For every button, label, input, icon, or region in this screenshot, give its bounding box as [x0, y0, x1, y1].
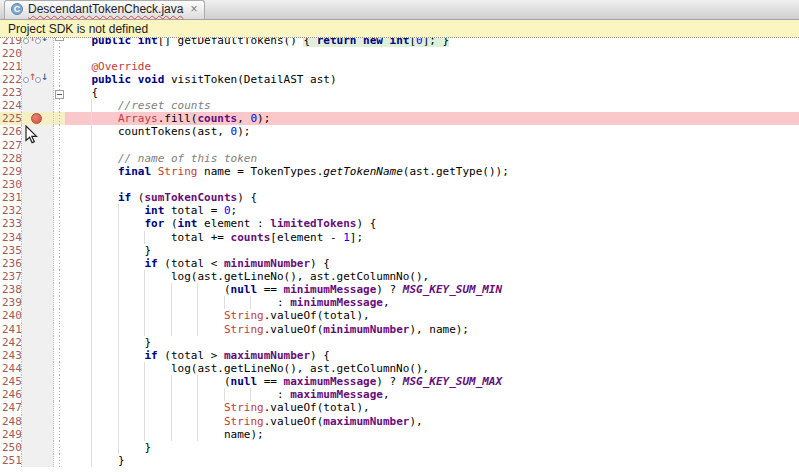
line-number[interactable]: 241	[0, 323, 22, 336]
line-number[interactable]: 231	[0, 191, 22, 204]
code-line[interactable]: 237log(ast.getLineNo(), ast.getColumnNo(…	[0, 270, 799, 283]
code-line[interactable]: 236if (total < minimumNumber) {	[0, 257, 799, 270]
line-number[interactable]: 238	[0, 283, 22, 296]
gutter-icon-strip[interactable]	[22, 375, 54, 388]
method-overridden-icon[interactable]: ↓	[35, 73, 47, 85]
code-text[interactable]: String.valueOf(minimumNumber), name);	[65, 323, 799, 336]
code-line[interactable]: 220	[0, 47, 799, 60]
code-line[interactable]: 231if (sumTokenCounts) {	[0, 191, 799, 204]
gutter-icon-strip[interactable]	[22, 441, 54, 454]
code-line[interactable]: 250}	[0, 441, 799, 454]
line-number[interactable]: 244	[0, 362, 22, 375]
code-line[interactable]: 247String.valueOf(total),	[0, 401, 799, 414]
code-text[interactable]	[65, 178, 799, 191]
code-text[interactable]: public int[] getDefaultTokens() { return…	[65, 38, 799, 47]
gutter-icon-strip[interactable]	[22, 165, 54, 178]
fold-strip[interactable]	[54, 415, 65, 428]
fold-strip[interactable]	[54, 401, 65, 414]
code-text[interactable]: int total = 0;	[65, 204, 799, 217]
fold-strip[interactable]	[54, 112, 65, 125]
line-number[interactable]: 246	[0, 388, 22, 401]
gutter-icon-strip[interactable]	[22, 349, 54, 362]
code-line[interactable]: 235}	[0, 244, 799, 257]
line-number[interactable]: 234	[0, 231, 22, 244]
gutter-icon-strip[interactable]	[22, 415, 54, 428]
code-line[interactable]: 223{	[0, 86, 799, 99]
gutter-icon-strip[interactable]	[22, 428, 54, 441]
code-editor[interactable]: 219↑↓public int[] getDefaultTokens() { r…	[0, 38, 799, 472]
fold-strip[interactable]	[54, 191, 65, 204]
code-text[interactable]: total += counts[element - 1];	[65, 231, 799, 244]
code-line[interactable]: 251}	[0, 454, 799, 467]
gutter-icon-strip[interactable]	[22, 204, 54, 217]
code-text[interactable]: //reset counts	[65, 99, 799, 112]
code-text[interactable]: {	[65, 86, 799, 99]
fold-strip[interactable]	[54, 60, 65, 73]
gutter-icon-strip[interactable]	[22, 323, 54, 336]
code-text[interactable]: @Override	[65, 60, 799, 73]
line-number[interactable]: 247	[0, 401, 22, 414]
gutter-icon-strip[interactable]	[22, 270, 54, 283]
gutter-icon-strip[interactable]	[22, 112, 54, 125]
line-number[interactable]: 237	[0, 270, 22, 283]
code-line[interactable]: 222↑↓public void visitToken(DetailAST as…	[0, 73, 799, 86]
code-line[interactable]: 230	[0, 178, 799, 191]
gutter-icon-strip[interactable]	[22, 401, 54, 414]
line-number[interactable]: 226	[0, 125, 22, 138]
code-line[interactable]: 234total += counts[element - 1];	[0, 231, 799, 244]
code-text[interactable]: String.valueOf(maximumNumber),	[65, 415, 799, 428]
code-line[interactable]: 240String.valueOf(total),	[0, 309, 799, 322]
fold-strip[interactable]	[54, 125, 65, 138]
line-number[interactable]: 230	[0, 178, 22, 191]
line-number[interactable]: 225	[0, 112, 22, 125]
line-number[interactable]: 221	[0, 60, 22, 73]
code-text[interactable]: }	[65, 336, 799, 349]
fold-marker-icon[interactable]	[55, 38, 64, 41]
fold-strip[interactable]	[54, 152, 65, 165]
fold-strip[interactable]	[54, 139, 65, 152]
code-line[interactable]: 248String.valueOf(maximumNumber),	[0, 415, 799, 428]
fold-strip[interactable]	[54, 309, 65, 322]
breakpoint-icon[interactable]	[31, 113, 42, 124]
gutter-icon-strip[interactable]	[22, 191, 54, 204]
line-number[interactable]: 227	[0, 139, 22, 152]
gutter-icon-strip[interactable]: ↑↓	[22, 73, 54, 86]
code-line[interactable]: 226countTokens(ast, 0);	[0, 125, 799, 138]
gutter-icon-strip[interactable]	[22, 257, 54, 270]
gutter-icon-strip[interactable]	[22, 309, 54, 322]
gutter-icon-strip[interactable]	[22, 283, 54, 296]
line-number[interactable]: 245	[0, 375, 22, 388]
gutter-icon-strip[interactable]	[22, 388, 54, 401]
line-number[interactable]: 219	[0, 38, 22, 47]
code-text[interactable]: // name of this token	[65, 152, 799, 165]
gutter-icon-strip[interactable]	[22, 86, 54, 99]
code-text[interactable]: }	[65, 441, 799, 454]
overrides-method-icon[interactable]: ↑	[23, 38, 35, 46]
fold-strip[interactable]	[54, 296, 65, 309]
fold-strip[interactable]	[54, 336, 65, 349]
overrides-method-icon[interactable]: ↑	[23, 73, 35, 85]
code-line[interactable]: 227	[0, 139, 799, 152]
code-text[interactable]: : maximumMessage,	[65, 388, 799, 401]
code-text[interactable]: Arrays.fill(counts, 0);	[65, 112, 799, 125]
gutter-icon-strip[interactable]	[22, 244, 54, 257]
code-line[interactable]: 241String.valueOf(minimumNumber), name);	[0, 323, 799, 336]
fold-strip[interactable]	[54, 73, 65, 86]
code-text[interactable]: if (total > maximumNumber) {	[65, 349, 799, 362]
code-text[interactable]: final String name = TokenTypes.getTokenN…	[65, 165, 799, 178]
gutter-icon-strip[interactable]	[22, 454, 54, 467]
gutter-icon-strip[interactable]	[22, 336, 54, 349]
fold-strip[interactable]	[54, 349, 65, 362]
code-line[interactable]: 224//reset counts	[0, 99, 799, 112]
code-text[interactable]: String.valueOf(total),	[65, 309, 799, 322]
line-number[interactable]: 240	[0, 309, 22, 322]
line-number[interactable]: 222	[0, 73, 22, 86]
fold-strip[interactable]	[54, 244, 65, 257]
fold-strip[interactable]	[54, 283, 65, 296]
code-line[interactable]: 229final String name = TokenTypes.getTok…	[0, 165, 799, 178]
code-text[interactable]	[65, 139, 799, 152]
gutter-icon-strip[interactable]	[22, 99, 54, 112]
fold-strip[interactable]	[54, 375, 65, 388]
gutter-icon-strip[interactable]	[22, 178, 54, 191]
code-text[interactable]: }	[65, 244, 799, 257]
